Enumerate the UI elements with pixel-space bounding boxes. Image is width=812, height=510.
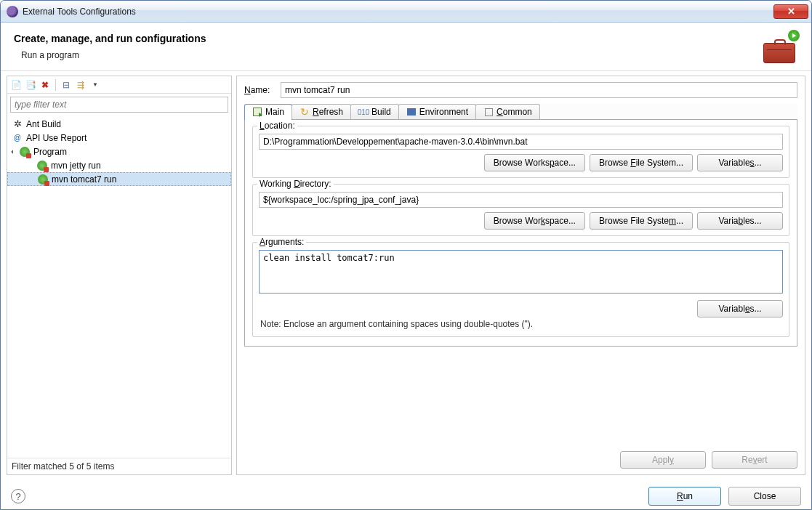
arguments-label: Arguments:	[257, 237, 306, 247]
configurations-panel: 📄 📑 ✖ ⊟ ⇶ ▼ ✲ Ant Build @ API Use Report…	[7, 76, 232, 475]
app-icon	[7, 6, 18, 17]
dialog-footer: ? Run Close	[1, 479, 811, 510]
location-label: Location:	[257, 121, 297, 131]
help-icon: ?	[15, 491, 20, 502]
workdir-group: Working Directory: Browse Workspace... B…	[252, 184, 789, 236]
browse-filesystem-button[interactable]: Browse File System...	[590, 212, 693, 230]
tree-item-ant-build[interactable]: ✲ Ant Build	[7, 117, 231, 131]
dialog-header: Create, manage, and run configurations R…	[1, 23, 811, 71]
tree-item-label: mvn tomcat7 run	[52, 174, 116, 185]
browse-filesystem-button[interactable]: Browse File System...	[590, 154, 693, 171]
program-icon	[19, 146, 31, 158]
variables-button[interactable]: Variables...	[697, 212, 783, 230]
tab-bar: Main ↻ Refresh 010 Build Environment Com…	[244, 104, 797, 120]
configuration-editor: Name: Main ↻ Refresh 010 Build Environme…	[236, 76, 805, 475]
tree-item-label: API Use Report	[26, 133, 87, 143]
header-title: Create, manage, and run configurations	[14, 33, 206, 44]
workdir-input[interactable]	[259, 192, 783, 208]
program-icon	[37, 174, 49, 185]
window-title: External Tools Configurations	[23, 7, 136, 17]
header-image	[762, 33, 798, 63]
left-toolbar: 📄 📑 ✖ ⊟ ⇶ ▼	[7, 76, 231, 94]
api-icon: @	[12, 132, 23, 144]
tree-item-mvn-jetty[interactable]: mvn jetty run	[7, 158, 231, 172]
tab-label: Common	[497, 107, 532, 117]
variables-button[interactable]: Variables...	[697, 154, 783, 171]
delete-config-icon[interactable]: ✖	[39, 79, 51, 91]
variables-button[interactable]: Variables...	[697, 300, 783, 317]
environment-tab-icon	[406, 107, 417, 117]
tab-refresh[interactable]: ↻ Refresh	[292, 104, 351, 119]
new-config-icon[interactable]: 📄	[10, 79, 22, 91]
tab-label: Main	[265, 107, 284, 117]
tab-main[interactable]: Main	[244, 104, 292, 120]
apply-button[interactable]: Apply	[620, 451, 706, 469]
header-subtitle: Run a program	[14, 50, 206, 60]
tab-label: Environment	[419, 107, 468, 117]
tree-item-mvn-tomcat7[interactable]: mvn tomcat7 run	[7, 172, 231, 186]
dropdown-arrow-icon[interactable]: ▼	[89, 79, 101, 91]
arguments-input[interactable]: clean install tomcat7:run	[259, 250, 783, 294]
toolbox-icon	[763, 43, 795, 63]
revert-button[interactable]: Revert	[712, 451, 797, 469]
collapse-all-icon[interactable]: ⊟	[60, 79, 72, 91]
main-tab-icon	[252, 107, 262, 117]
run-icon	[788, 30, 800, 41]
tab-label: Build	[371, 107, 391, 117]
tab-label: Refresh	[313, 107, 343, 117]
tree-item-program[interactable]: Program	[7, 145, 231, 158]
configurations-tree[interactable]: ✲ Ant Build @ API Use Report Program mvn…	[7, 116, 231, 458]
arguments-group: Arguments: clean install tomcat7:run Var…	[252, 242, 789, 337]
name-label: Name:	[244, 85, 275, 95]
arguments-note: Note: Enclose an argument containing spa…	[260, 319, 783, 329]
help-button[interactable]: ?	[11, 489, 25, 503]
build-tab-icon: 010	[358, 107, 369, 117]
workdir-label: Working Directory:	[257, 179, 334, 189]
location-input[interactable]	[259, 134, 783, 150]
apply-revert-row: Apply Revert	[244, 445, 797, 469]
tree-item-label: Ant Build	[26, 119, 61, 129]
expand-icon[interactable]	[11, 150, 15, 154]
run-button[interactable]: Run	[648, 487, 721, 506]
browse-workspace-button[interactable]: Browse Workspace...	[484, 154, 585, 171]
tree-item-label: mvn jetty run	[51, 161, 101, 171]
window-titlebar: External Tools Configurations ✕	[1, 1, 811, 23]
browse-workspace-button[interactable]: Browse Workspace...	[484, 212, 585, 230]
close-button[interactable]: Close	[728, 487, 801, 506]
tree-item-api-report[interactable]: @ API Use Report	[7, 131, 231, 145]
tab-main-body: Location: Browse Workspace... Browse Fil…	[244, 120, 797, 347]
ant-icon: ✲	[12, 118, 23, 130]
name-input[interactable]	[281, 82, 797, 98]
tab-common[interactable]: Common	[475, 104, 540, 119]
common-tab-icon	[483, 107, 494, 117]
duplicate-config-icon[interactable]: 📑	[25, 79, 36, 91]
filter-icon[interactable]: ⇶	[75, 79, 87, 91]
filter-input[interactable]	[10, 97, 228, 113]
dialog-content: 📄 📑 ✖ ⊟ ⇶ ▼ ✲ Ant Build @ API Use Report…	[1, 71, 811, 479]
program-icon	[36, 160, 48, 171]
tab-build[interactable]: 010 Build	[350, 104, 399, 119]
location-group: Location: Browse Workspace... Browse Fil…	[252, 126, 789, 178]
tab-environment[interactable]: Environment	[398, 104, 476, 119]
refresh-tab-icon: ↻	[300, 107, 310, 117]
window-close-button[interactable]: ✕	[773, 4, 808, 19]
filter-status: Filter matched 5 of 5 items	[7, 458, 231, 474]
close-icon: ✕	[787, 6, 795, 17]
tree-item-label: Program	[33, 147, 67, 157]
